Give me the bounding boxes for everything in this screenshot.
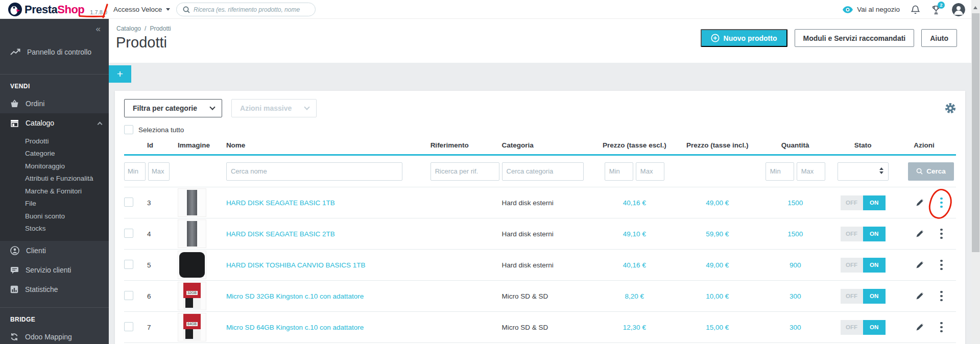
sidebar-item-statistiche[interactable]: Statistiche <box>0 280 109 299</box>
sidebar-item-clienti[interactable]: Clienti <box>0 241 109 260</box>
sidebar-subitem[interactable]: Categorie <box>0 148 109 160</box>
sidebar-section-bridge: BRIDGE <box>0 308 109 327</box>
toggle-off-label[interactable]: OFF <box>841 195 863 210</box>
edit-pencil-icon[interactable] <box>915 291 924 301</box>
help-button[interactable]: Aiuto <box>921 29 957 47</box>
edit-pencil-icon[interactable] <box>915 260 924 269</box>
toggle-on-label[interactable]: ON <box>863 195 886 210</box>
row-menu-dots-icon[interactable] <box>938 320 945 335</box>
toggle-off-label[interactable]: OFF <box>841 320 863 335</box>
global-search-bar[interactable] <box>176 3 316 16</box>
column-header-quantita[interactable]: Quantità <box>757 141 833 149</box>
status-toggle[interactable]: OFFON <box>841 289 886 304</box>
sidebar-item-ordini[interactable]: Ordini <box>0 94 109 113</box>
toggle-off-label[interactable]: OFF <box>841 227 863 241</box>
view-shop-link[interactable]: Vai al negozio <box>843 6 900 13</box>
product-name-link[interactable]: HARD DISK TOSHIBA CANVIO BASICS 1TB <box>226 261 366 269</box>
row-menu-dots-icon[interactable] <box>938 227 945 241</box>
sidebar-item-catalogo[interactable]: Catalogo <box>0 113 109 133</box>
recommended-modules-button[interactable]: Moduli e Servizi raccomandati <box>795 29 915 47</box>
new-tab-button[interactable]: + <box>109 65 131 83</box>
sidebar-item-servizio-clienti[interactable]: Servizio clienti <box>0 260 109 280</box>
edit-pencil-icon[interactable] <box>915 198 924 207</box>
filter-status-select[interactable] <box>838 162 889 181</box>
global-search-input[interactable] <box>194 6 309 13</box>
row-checkbox[interactable] <box>124 229 133 238</box>
row-checkbox[interactable] <box>124 322 133 331</box>
select-all-checkbox[interactable] <box>124 125 133 134</box>
new-product-button[interactable]: Nuovo prodotto <box>701 29 787 47</box>
status-toggle[interactable]: OFFON <box>841 320 886 335</box>
row-category: Hard disk esterni <box>502 261 591 269</box>
sidebar-item-dashboard[interactable]: Pannello di controllo <box>0 38 109 66</box>
sidebar-subitem[interactable]: Prodotti <box>0 135 109 148</box>
sidebar-subitem[interactable]: File <box>0 198 109 210</box>
filter-name-input[interactable] <box>226 162 402 181</box>
edit-pencil-icon[interactable] <box>915 323 924 332</box>
filter-price-min-input[interactable] <box>605 162 633 181</box>
row-checkbox[interactable] <box>124 291 133 300</box>
toggle-on-label[interactable]: ON <box>863 258 886 273</box>
filter-qty-min-input[interactable] <box>766 162 794 181</box>
grid-settings-gear-icon[interactable] <box>945 103 956 114</box>
page-scrollbar[interactable] <box>971 0 980 344</box>
sidebar-subitem[interactable]: Monitoraggio <box>0 160 109 173</box>
sidebar-group-catalogo: Catalogo Prodotti Categorie Monitoraggio… <box>0 113 109 241</box>
row-checkbox[interactable] <box>124 198 133 207</box>
toggle-off-label[interactable]: OFF <box>841 258 863 273</box>
row-menu-dots-icon[interactable] <box>938 258 945 273</box>
product-image <box>178 219 206 248</box>
column-header-id[interactable]: Id <box>147 141 178 149</box>
product-name-link[interactable]: HARD DISK SEAGATE BASIC 2TB <box>226 230 335 238</box>
filter-id-min-input[interactable] <box>124 162 146 181</box>
bulk-actions-dropdown[interactable]: Azioni massive <box>231 99 317 117</box>
chat-bubble-icon <box>10 266 19 274</box>
row-menu-dots-icon[interactable] <box>938 289 945 304</box>
product-name-link[interactable]: Micro SD 64GB Kingston c.10 con adattato… <box>226 324 364 331</box>
product-name-link[interactable]: Micro SD 32GB Kingston c.10 con adattato… <box>226 292 364 300</box>
row-price-incl: 15,00 € <box>678 324 757 331</box>
column-header-immagine: Immagine <box>178 141 226 149</box>
filter-reference-input[interactable] <box>431 162 499 181</box>
column-header-riferimento[interactable]: Riferimento <box>431 141 502 149</box>
quick-access-button[interactable]: Accesso Veloce <box>113 0 170 19</box>
filter-category-input[interactable] <box>502 162 584 181</box>
edit-pencil-icon[interactable] <box>915 229 924 238</box>
status-toggle[interactable]: OFFON <box>841 227 886 241</box>
row-menu-dots-icon[interactable] <box>938 195 945 210</box>
filter-id-max-input[interactable] <box>148 162 170 181</box>
notifications-bell-button[interactable] <box>911 5 920 15</box>
sidebar: « Pannello di controllo VENDI Ordini Cat… <box>0 19 109 344</box>
status-toggle[interactable]: OFFON <box>841 195 886 210</box>
toggle-on-label[interactable]: ON <box>863 289 886 304</box>
toggle-on-label[interactable]: ON <box>863 320 886 335</box>
sidebar-subitem[interactable]: Marche & Fornitori <box>0 185 109 198</box>
scroll-up-arrow-icon[interactable] <box>973 6 977 9</box>
column-header-nome[interactable]: Nome <box>226 141 431 149</box>
product-name-link[interactable]: HARD DISK SEAGATE BASIC 1TB <box>226 199 335 207</box>
sidebar-subitem[interactable]: Attributi e Funzionalità <box>0 173 109 185</box>
scrollbar-thumb[interactable] <box>972 13 979 252</box>
achievements-trophy-button[interactable]: 2 <box>931 5 941 15</box>
collapse-sidebar-button[interactable]: « <box>96 24 101 33</box>
user-avatar[interactable] <box>952 3 965 16</box>
row-price-excl: 12,30 € <box>591 324 678 331</box>
toggle-on-label[interactable]: ON <box>863 227 886 241</box>
search-button[interactable]: Cerca <box>908 162 954 181</box>
row-checkbox[interactable] <box>124 260 133 269</box>
sidebar-subitem[interactable]: Buoni sconto <box>0 210 109 223</box>
filter-price-max-input[interactable] <box>636 162 664 181</box>
sidebar-subitem[interactable]: Stocks <box>0 223 109 235</box>
status-toggle[interactable]: OFFON <box>841 258 886 273</box>
table-row: 7 64GB Micro SD 64GB Kingston c.10 con a… <box>124 312 956 343</box>
column-header-prezzo-incl[interactable]: Prezzo (tasse incl.) <box>678 141 757 149</box>
sidebar-item-odoo-mapping[interactable]: Odoo Mapping <box>0 327 109 344</box>
toggle-off-label[interactable]: OFF <box>841 289 863 304</box>
column-header-categoria[interactable]: Categoria <box>502 141 591 149</box>
breadcrumb-catalogo[interactable]: Catalogo <box>116 25 141 32</box>
column-header-prezzo-escl[interactable]: Prezzo (tasse escl.) <box>591 141 678 149</box>
filter-qty-max-input[interactable] <box>797 162 825 181</box>
brand-text: PrestaShop <box>25 3 84 16</box>
category-filter-dropdown[interactable]: Filtra per categorie <box>124 99 222 117</box>
prestashop-logo[interactable]: PrestaShop 1.7.8.0 <box>8 3 107 16</box>
